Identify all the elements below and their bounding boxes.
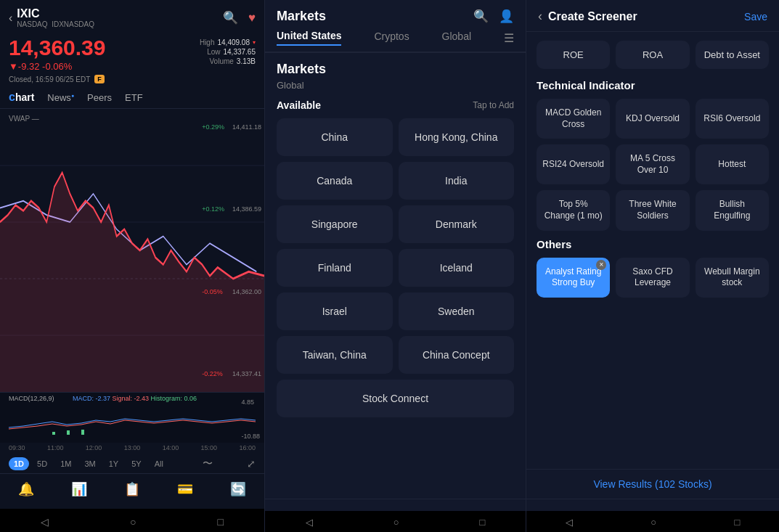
tab-global[interactable]: Global — [442, 30, 471, 45]
back-icon[interactable]: ‹ — [9, 12, 12, 25]
arrow-down-icon: ▾ — [253, 39, 256, 46]
market-hk-china[interactable]: Hong Kong, China — [399, 118, 515, 156]
market-taiwan-china[interactable]: Taiwan, China — [277, 336, 393, 374]
market-china-concept[interactable]: China Concept — [399, 336, 515, 374]
market-india[interactable]: India — [399, 162, 515, 200]
screener-ma5-crossover[interactable]: MA 5 Cross Over 10 — [616, 144, 689, 184]
notes-icon[interactable]: 📋 — [124, 481, 140, 497]
wallet-icon[interactable]: 💳 — [177, 481, 193, 497]
macd-chart-svg — [9, 406, 256, 438]
filter-roa[interactable]: ROA — [616, 41, 689, 69]
system-home-btn[interactable]: ○ — [130, 516, 136, 528]
market-row-3: Singapore Denmark — [277, 205, 514, 243]
chart-header-left: ‹ IXIC NASDAQ IDXNASDAQ — [9, 7, 94, 28]
market-israel[interactable]: Israel — [277, 292, 393, 330]
market-finland[interactable]: Finland — [277, 249, 393, 287]
market-sweden[interactable]: Sweden — [399, 292, 515, 330]
screener-saxo-cfd[interactable]: Saxo CFD Leverage — [616, 258, 689, 298]
chart-system-nav: ◁ ○ □ — [0, 509, 264, 532]
tf-5d[interactable]: 5D — [32, 457, 52, 470]
tab-cryptos[interactable]: Cryptos — [374, 30, 409, 45]
market-canada[interactable]: Canada — [277, 162, 393, 200]
system-recent-btn[interactable]: □ — [218, 516, 224, 528]
remove-analyst-rating-btn[interactable]: × — [596, 260, 606, 270]
screener-tech-row-3: Top 5% Change (1 mo) Three White Soldier… — [537, 190, 769, 230]
nav-etf[interactable]: ETF — [125, 92, 143, 103]
markets-section-title: Markets — [277, 62, 514, 77]
favorite-icon[interactable]: ♥ — [248, 11, 256, 25]
screener-rsi6-oversold[interactable]: RSI6 Oversold — [696, 99, 769, 139]
expand-icon[interactable]: ⤢ — [247, 458, 256, 470]
tf-5y[interactable]: 5Y — [126, 457, 146, 470]
screener-back-btn[interactable]: ◁ — [566, 517, 573, 528]
markets-menu-icon[interactable]: ☰ — [504, 31, 514, 45]
tab-united-states[interactable]: United States — [277, 30, 341, 46]
screener-kdj-oversold[interactable]: KDJ Oversold — [616, 99, 689, 139]
market-iceland[interactable]: Iceland — [399, 249, 515, 287]
nav-peers[interactable]: Peers — [87, 92, 112, 103]
svg-rect-6 — [67, 430, 70, 435]
screener-bullish-engulfing[interactable]: Bullish Engulfing — [696, 190, 769, 230]
tech-indicator-title: Technical Indicator — [537, 79, 769, 91]
tf-1d[interactable]: 1D — [9, 457, 29, 470]
ticker-info: IXIC NASDAQ IDXNASDAQ — [17, 7, 94, 28]
search-icon[interactable]: 🔍 — [223, 10, 238, 25]
f-badge: F — [94, 75, 105, 83]
screener-webull-margin[interactable]: Webull Margin stock — [696, 258, 769, 298]
ticker-exchange: NASDAQ IDXNASDAQ — [17, 20, 94, 28]
markets-back-btn[interactable]: ◁ — [306, 517, 313, 528]
chart-area: VWAP — +0.29% +0.12% -0.05% -0.22% 14,41… — [0, 109, 264, 392]
tf-all[interactable]: All — [150, 457, 168, 470]
markets-search-icon[interactable]: 🔍 — [473, 9, 489, 24]
screener-rsi24-oversold[interactable]: RSI24 Oversold — [537, 144, 610, 184]
screener-title: Create Screener — [548, 10, 637, 23]
refresh-icon[interactable]: 🔄 — [230, 481, 246, 497]
macd-label: MACD(12,26,9) — [9, 395, 54, 402]
screener-home-btn[interactable]: ○ — [650, 517, 656, 528]
tf-1y[interactable]: 1Y — [104, 457, 123, 470]
tf-1m[interactable]: 1M — [55, 457, 76, 470]
macd-area: MACD(12,26,9) MACD: -2.37 Signal: -2.43 … — [0, 392, 264, 443]
filter-debt-to-asset[interactable]: Debt to Asset — [696, 41, 769, 69]
screener-tech-row-2: RSI24 Oversold MA 5 Cross Over 10 Hottes… — [537, 144, 769, 184]
market-singapore[interactable]: Singapore — [277, 205, 393, 243]
line-type-icon[interactable]: 〜 — [203, 457, 213, 470]
notifications-icon[interactable]: 🔔 — [18, 481, 34, 497]
screener-recent-btn[interactable]: □ — [734, 517, 740, 528]
tap-add-label: Tap to Add — [473, 100, 514, 110]
view-results-btn[interactable]: View Results (102 Stocks) — [526, 469, 779, 499]
chart-bottom-nav: 🔔 📊 📋 💳 🔄 — [0, 473, 264, 509]
high-val: 14,409.08 — [218, 38, 250, 46]
nav-news[interactable]: News● — [47, 92, 74, 103]
svg-marker-4 — [0, 173, 264, 392]
market-china[interactable]: China — [277, 118, 393, 156]
screener-three-white-soldiers[interactable]: Three White Soldiers — [616, 190, 689, 230]
low-row: Low 14,337.65 — [207, 48, 256, 56]
screener-save-btn[interactable]: Save — [744, 11, 767, 22]
others-title: Others — [537, 238, 769, 250]
filter-roe[interactable]: ROE — [537, 41, 610, 69]
macd-val: MACD: -2.37 — [73, 395, 110, 402]
market-denmark[interactable]: Denmark — [399, 205, 515, 243]
screener-macd-golden-cross[interactable]: MACD Golden Cross — [537, 99, 610, 139]
tf-3m[interactable]: 3M — [79, 457, 100, 470]
screener-bottom-nav — [526, 499, 779, 511]
markets-home-btn[interactable]: ○ — [393, 517, 399, 528]
screener-analyst-rating[interactable]: Analyst Rating Strong Buy × — [537, 258, 610, 298]
market-stock-connect[interactable]: Stock Connect — [277, 380, 514, 417]
system-back-btn[interactable]: ◁ — [41, 516, 49, 528]
market-row-1: China Hong Kong, China — [277, 118, 514, 156]
screener-tech-grid: MACD Golden Cross KDJ Oversold RSI6 Over… — [537, 99, 769, 231]
markets-body: Markets Global Available Tap to Add Chin… — [265, 53, 526, 499]
chart-icon[interactable]: 📊 — [71, 481, 87, 497]
screener-back-icon[interactable]: ‹ — [538, 9, 542, 24]
chart-nav: c hart News● Peers ETF — [0, 86, 264, 109]
markets-recent-btn[interactable]: □ — [480, 517, 486, 528]
screener-top5-change[interactable]: Top 5% Change (1 mo) — [537, 190, 610, 230]
markets-user-icon[interactable]: 👤 — [499, 9, 514, 24]
screener-tech-row-1: MACD Golden Cross KDJ Oversold RSI6 Over… — [537, 99, 769, 139]
screener-hottest[interactable]: Hottest — [696, 144, 769, 184]
market-row-5: Israel Sweden — [277, 292, 514, 330]
svg-rect-7 — [81, 430, 84, 435]
markets-title: Markets — [277, 9, 326, 24]
